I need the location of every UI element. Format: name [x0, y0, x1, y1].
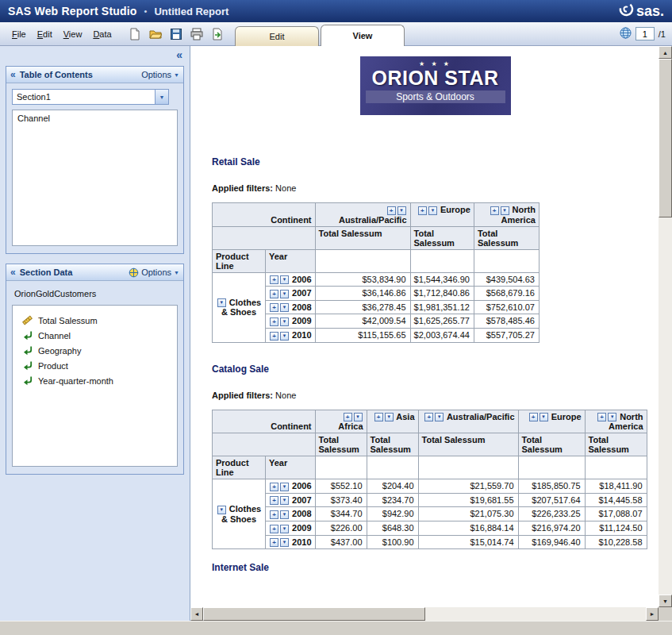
drill-down-icon[interactable]: ▼	[501, 206, 509, 215]
save-icon[interactable]	[168, 25, 185, 42]
drill-down-icon[interactable]: ▼	[280, 525, 289, 533]
drill-expand-icon[interactable]: +	[270, 496, 278, 505]
menu-file[interactable]: File	[6, 27, 32, 41]
drill-down-icon[interactable]: ▼	[280, 538, 289, 547]
drill-down-icon[interactable]: ▼	[280, 496, 289, 505]
drill-down-icon[interactable]: ▼	[217, 506, 226, 514]
drill-down-icon[interactable]: ▼	[280, 290, 289, 298]
menu-edit[interactable]: Edit	[32, 27, 58, 41]
print-icon[interactable]	[189, 25, 205, 42]
drill-down-icon[interactable]: ▼	[280, 275, 289, 284]
horizontal-scroll-track[interactable]	[203, 607, 646, 621]
drill-expand-icon[interactable]: +	[270, 525, 278, 533]
continent-header: +▼ North America	[474, 203, 539, 227]
page-number-input[interactable]	[636, 27, 655, 40]
globe-icon[interactable]	[620, 27, 632, 40]
drill-down-icon[interactable]: ▼	[608, 413, 616, 421]
section-data-item[interactable]: Product	[22, 358, 174, 373]
toc-list: Channel	[12, 110, 178, 246]
open-folder-icon[interactable]	[148, 25, 164, 42]
chevron-down-icon: ▼	[159, 94, 165, 100]
sas-logo: sas.	[619, 2, 664, 21]
sidebar-collapse-icon[interactable]: «	[176, 48, 182, 61]
drill-down-icon[interactable]: ▼	[397, 206, 406, 215]
drill-expand-icon[interactable]: +	[529, 413, 538, 421]
section-data-options-menu[interactable]: Options ▼	[129, 267, 179, 278]
drill-expand-icon[interactable]: +	[270, 538, 278, 547]
horizontal-scrollbar[interactable]: ◄ ►	[190, 607, 659, 621]
drill-expand-icon[interactable]: +	[270, 290, 278, 298]
drill-down-icon[interactable]: ▼	[280, 483, 289, 491]
drill-expand-icon[interactable]: +	[490, 206, 499, 215]
continent-label: Africa	[338, 421, 363, 431]
drill-expand-icon[interactable]: +	[418, 206, 427, 215]
vertical-scrollbar[interactable]: ▲ ▼	[659, 46, 672, 607]
value-cell: $226,233.25	[518, 507, 585, 521]
vertical-scroll-thumb[interactable]	[659, 59, 672, 217]
drill-down-icon[interactable]: ▼	[280, 332, 289, 341]
drill-expand-icon[interactable]: +	[270, 510, 278, 519]
year-label: 2010	[290, 330, 312, 340]
drill-expand-icon[interactable]: +	[270, 303, 278, 312]
drill-expand-icon[interactable]: +	[270, 275, 278, 284]
drill-down-icon[interactable]: ▼	[354, 413, 363, 421]
report-section: Catalog SaleApplied filters: NoneContine…	[212, 364, 659, 550]
drill-down-icon[interactable]: ▼	[435, 413, 444, 421]
value-cell: $169,946.40	[518, 535, 585, 549]
continent-header: +▼ Europe	[410, 203, 474, 227]
tab-edit[interactable]: Edit	[235, 26, 319, 46]
corner-header: Continent	[213, 203, 316, 227]
export-icon[interactable]	[209, 25, 226, 42]
toc-options-menu[interactable]: Options ▼	[141, 70, 179, 79]
drill-expand-icon[interactable]: +	[344, 413, 352, 421]
scroll-down-button[interactable]: ▼	[659, 595, 672, 607]
drill-down-icon[interactable]: ▼	[280, 510, 289, 519]
drill-down-icon[interactable]: ▼	[428, 206, 437, 215]
drill-expand-icon[interactable]: +	[270, 332, 278, 341]
year-label: 2007	[290, 495, 312, 505]
drill-expand-icon[interactable]: +	[374, 413, 383, 421]
drill-expand-icon[interactable]: +	[270, 318, 278, 326]
drill-down-icon[interactable]: ▼	[280, 303, 289, 312]
section-data-item[interactable]: Year-quarter-month	[22, 373, 174, 388]
scroll-left-button[interactable]: ◄	[190, 607, 203, 621]
report-sections: Retail SaleApplied filters: NoneContinen…	[212, 156, 659, 549]
value-cell: $15,014.74	[418, 535, 518, 549]
section-data-item[interactable]: Channel	[22, 328, 174, 343]
document-title: Untitled Report	[154, 6, 228, 17]
logo-title: ORION STAR	[360, 67, 511, 88]
measure-header: Total Salessum	[315, 433, 367, 456]
drill-down-icon[interactable]: ▼	[217, 298, 226, 307]
empty-corner-cell	[213, 433, 316, 456]
drill-down-icon[interactable]: ▼	[385, 413, 394, 421]
drill-down-icon[interactable]: ▼	[280, 318, 289, 326]
value-cell: $36,278.45	[315, 300, 410, 314]
year-cell: +▼ 2007	[266, 493, 316, 507]
drill-down-icon[interactable]: ▼	[540, 413, 548, 421]
vertical-scroll-track[interactable]	[659, 59, 672, 595]
drill-expand-icon[interactable]: +	[424, 413, 433, 421]
combo-dropdown-button[interactable]: ▼	[155, 90, 168, 104]
toc-collapse-icon[interactable]: «	[10, 69, 16, 80]
scroll-up-button[interactable]: ▲	[659, 46, 672, 59]
row-group-cell: ▼ Clothes & Shoes	[213, 479, 266, 549]
year-header: Year	[266, 249, 316, 272]
drill-expand-icon[interactable]: +	[387, 206, 396, 215]
scroll-right-button[interactable]: ►	[646, 607, 659, 621]
tab-view[interactable]: View	[321, 25, 405, 46]
value-cell: $17,088.07	[585, 507, 647, 521]
horizontal-scroll-thumb[interactable]	[203, 607, 425, 621]
section-data-item[interactable]: Geography	[22, 343, 174, 358]
drill-expand-icon[interactable]: +	[270, 483, 278, 491]
toc-item[interactable]: Channel	[17, 113, 172, 124]
new-document-icon[interactable]	[127, 25, 144, 42]
year-cell: +▼ 2008	[266, 507, 316, 521]
section-select[interactable]: Section1 ▼	[12, 89, 169, 105]
section-data-collapse-icon[interactable]: «	[10, 267, 16, 278]
empty-cell	[585, 456, 647, 479]
menu-view[interactable]: View	[58, 27, 88, 41]
menu-data[interactable]: Data	[87, 27, 117, 41]
applied-filters-label: Applied filters:	[212, 183, 273, 193]
section-data-item[interactable]: Total Salessum	[22, 313, 174, 328]
drill-expand-icon[interactable]: +	[597, 413, 606, 421]
